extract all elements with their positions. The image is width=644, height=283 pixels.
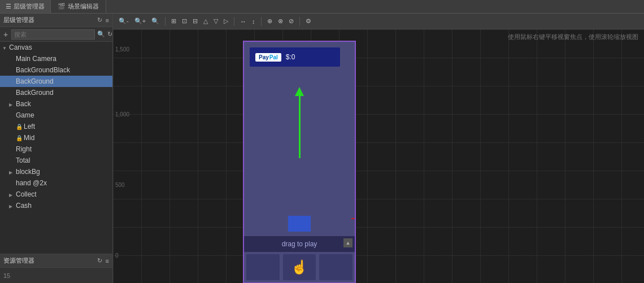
tree-label-canvas: Canvas [9,43,110,51]
asset-body: 15 [0,268,112,283]
paypal-p-right: Pal [269,54,278,60]
distribute-v-button[interactable]: ⊗ [276,16,285,26]
layers-icon: ☰ [6,3,11,10]
tree-item-canvas[interactable]: Canvas [0,42,112,53]
align-right-button[interactable]: ⊟ [190,16,200,26]
tree-item-bg2[interactable]: BackGround [0,87,112,98]
blue-block [288,216,311,232]
tree-item-right[interactable]: Right [0,143,112,155]
bottom-btn-left[interactable] [246,254,280,280]
tree-item-collect[interactable]: Collect [0,189,112,200]
align-top-button[interactable]: △ [201,16,210,26]
drag-collapse-button[interactable]: ▲ [343,238,353,247]
layer-tree: CanvasMain CameraBackGroundBlackBackGrou… [0,42,112,254]
tree-label-back: Back [16,100,110,108]
search-icon[interactable]: 🔍 [97,31,105,38]
layer-manager-tab[interactable]: ☰ 层级管理器 [0,0,51,13]
asset-manager: 资源管理器 ↻ ≡ 15 [0,254,112,283]
tree-item-game[interactable]: Game [0,110,112,121]
drag-label: drag to play [282,240,317,248]
bottom-btn-mid[interactable]: ☝ [283,254,316,280]
tree-item-bg1[interactable]: BackGround [0,76,112,87]
tree-label-main-camera: Main Camera [16,55,110,63]
asset-header-icons: ↻ ≡ [97,257,109,264]
left-panel: 层级管理器 ↻ ≡ + 🔍 ↻ CanvasMain CameraBackGro… [0,14,113,283]
asset-manager-header: 资源管理器 ↻ ≡ [0,254,112,268]
red-arrow-line: ▶ [351,214,356,224]
panel-header-title: 层级管理器 [3,16,34,24]
tree-label-cash: Cash [16,202,110,210]
tree-item-blockbg[interactable]: blockBg [0,166,112,177]
refresh-search-icon[interactable]: ↻ [107,31,112,38]
asset-menu-icon[interactable]: ≡ [106,258,109,264]
tree-arrow-canvas[interactable] [2,45,9,51]
toolbar-sep-2 [234,17,234,26]
toolbar-sep-4 [299,17,300,26]
asset-count: 15 [3,272,10,279]
tree-item-back[interactable]: Back [0,98,112,110]
grid-canvas[interactable]: 使用鼠标右键平移视窗焦点，使用滚轮缩放视图 1,500 1,000 500 0 … [113,29,644,283]
tree-label-collect: Collect [16,190,110,198]
zoom-fit-button[interactable]: 🔍 [149,16,162,26]
tree-arrow-collect[interactable] [9,191,16,198]
tree-label-left: Left [24,123,110,130]
tree-item-cash[interactable]: Cash [0,200,112,211]
green-arrow [295,87,304,158]
layer-panel-header: 层级管理器 ↻ ≡ [0,14,112,27]
grid-background [113,29,644,283]
y-label-500: 500 [115,182,125,188]
paypal-amount: $:0 [286,53,295,61]
add-layer-button[interactable]: + [2,30,9,39]
refresh-icon[interactable]: ↻ [97,16,102,24]
scene-hint: 使用鼠标右键平移视窗焦点，使用滚轮缩放视图 [508,33,638,41]
tree-item-hand[interactable]: hand @2x [0,177,112,189]
scene-toolbar: 🔍- 🔍+ 🔍 ⊞ ⊡ ⊟ △ ▽ ▷ ↔ ↕ ⊕ ⊗ ⊘ ⚙ [113,14,644,29]
tree-item-main-camera[interactable]: Main Camera [0,53,112,64]
flip-v-button[interactable]: ↕ [250,17,258,26]
arrow-tip-up [295,87,304,96]
asset-refresh-icon[interactable]: ↻ [97,257,102,264]
bottom-btn-right[interactable] [319,254,353,280]
group-button[interactable]: ⊘ [286,16,296,26]
align-mid-button[interactable]: ▽ [211,16,220,26]
menu-icon[interactable]: ≡ [106,17,109,24]
tree-label-bg-black: BackGroundBlack [16,66,110,74]
tree-item-left[interactable]: 🔒Left [0,121,112,132]
asset-header-title: 资源管理器 [3,256,34,265]
tree-arrow-cash[interactable] [9,203,16,209]
scene-editor-tab-label: 场景编辑器 [68,2,99,11]
tree-label-bg1: BackGround [16,77,110,85]
align-left-button[interactable]: ⊞ [169,16,179,26]
tree-item-bg-black[interactable]: BackGroundBlack [0,64,112,76]
tree-item-total[interactable]: Total [0,155,112,166]
tree-label-total: Total [16,156,110,164]
scene-editor-tab[interactable]: 🎬 场景编辑器 [51,0,106,13]
scene-area: 🔍- 🔍+ 🔍 ⊞ ⊡ ⊟ △ ▽ ▷ ↔ ↕ ⊕ ⊗ ⊘ ⚙ 使用鼠标右键平移… [113,14,644,283]
main-layout: 层级管理器 ↻ ≡ + 🔍 ↻ CanvasMain CameraBackGro… [0,14,644,283]
y-label-1000: 1,000 [115,111,129,117]
search-input[interactable] [11,29,95,40]
toolbar-sep-1 [165,17,166,26]
tree-label-right: Right [16,145,110,153]
align-center-button[interactable]: ⊡ [180,16,189,26]
zoom-in-button[interactable]: 🔍+ [132,16,148,26]
y-label-1500: 1,500 [115,46,129,53]
align-bottom-button[interactable]: ▷ [221,16,230,26]
lock-icon-mid: 🔒 [16,135,23,141]
tree-arrow-back[interactable] [9,101,16,107]
search-icon-group: 🔍 ↻ [97,31,112,38]
tree-label-bg2: BackGround [16,89,110,97]
zoom-out-button[interactable]: 🔍- [116,16,131,26]
drag-bar: drag to play ▲ [244,236,355,252]
tree-item-mid[interactable]: 🔒Mid [0,132,112,143]
paypal-bar: PayPal $:0 [250,47,340,67]
scene-icon: 🎬 [58,3,66,10]
tree-label-hand: hand @2x [16,179,110,187]
paypal-logo: PayPal [255,53,281,62]
tree-arrow-blockbg[interactable] [9,169,16,175]
arrow-shaft [299,96,301,158]
scene-settings-button[interactable]: ⚙ [303,16,314,26]
flip-h-button[interactable]: ↔ [238,17,249,26]
layers-title-label: 层级管理器 [3,16,34,24]
distribute-h-button[interactable]: ⊕ [265,16,275,26]
